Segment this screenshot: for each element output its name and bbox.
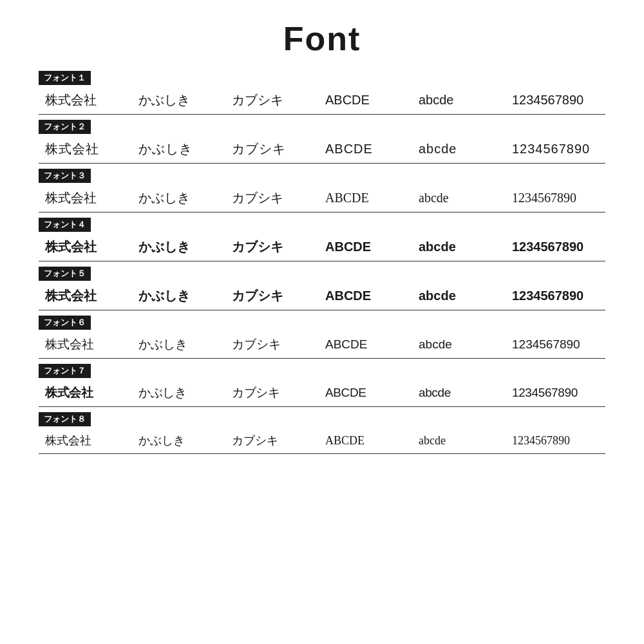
font-label-6: フォント６: [39, 316, 91, 330]
font-section-7: フォント７株式会社かぶしきカブシキABCDEabcde1234567890: [39, 364, 605, 407]
font-sample-5-item-5: abcde: [419, 289, 512, 303]
font-sample-8-item-5: abcde: [419, 434, 512, 448]
font-section-2: フォント２株式会社かぶしきカブシキABCDEabcde1234567890: [39, 120, 605, 164]
font-sample-row-1: 株式会社かぶしきカブシキABCDEabcde1234567890: [39, 89, 605, 115]
font-section-5: フォント５株式会社かぶしきカブシキABCDEabcde1234567890: [39, 267, 605, 310]
font-sections-container: フォント１株式会社かぶしきカブシキABCDEabcde1234567890フォン…: [39, 71, 605, 454]
font-sample-6-item-4: ABCDE: [325, 337, 419, 352]
font-sample-5-item-1: 株式会社: [45, 287, 138, 305]
font-sample-5-item-6: 1234567890: [512, 289, 605, 303]
font-sample-3-item-4: ABCDE: [325, 191, 419, 205]
font-sample-8-item-6: 1234567890: [512, 434, 605, 448]
font-sample-6-item-1: 株式会社: [45, 336, 138, 353]
font-sample-3-item-2: かぶしき: [138, 189, 232, 207]
page-title: Font: [39, 19, 605, 58]
font-sample-2-item-3: カブシキ: [232, 140, 325, 158]
font-sample-8-item-4: ABCDE: [325, 434, 419, 448]
font-sample-5-item-3: カブシキ: [232, 287, 325, 305]
font-sample-2-item-1: 株式会社: [45, 140, 138, 158]
font-sample-8-item-3: カブシキ: [232, 433, 325, 448]
font-sample-8-item-1: 株式会社: [45, 433, 138, 448]
font-sample-5-item-4: ABCDE: [325, 289, 419, 303]
font-sample-1-item-5: abcde: [419, 93, 512, 108]
font-sample-row-5: 株式会社かぶしきカブシキABCDEabcde1234567890: [39, 285, 605, 310]
font-sample-2-item-2: かぶしき: [138, 140, 232, 158]
font-sample-5-item-2: かぶしき: [138, 287, 232, 305]
font-sample-2-item-4: ABCDE: [325, 142, 419, 156]
font-sample-4-item-3: カブシキ: [232, 238, 325, 256]
font-sample-4-item-4: ABCDE: [325, 240, 419, 254]
font-sample-1-item-3: カブシキ: [232, 91, 325, 109]
font-sample-4-item-2: かぶしき: [138, 238, 232, 256]
font-sample-1-item-4: ABCDE: [325, 93, 419, 108]
page-container: Font フォント１株式会社かぶしきカブシキABCDEabcde12345678…: [0, 0, 644, 644]
font-sample-7-item-1: 株式会社: [45, 384, 138, 401]
font-sample-3-item-3: カブシキ: [232, 189, 325, 207]
font-sample-3-item-6: 1234567890: [512, 191, 605, 205]
font-label-3: フォント３: [39, 169, 91, 183]
font-sample-4-item-5: abcde: [419, 240, 512, 254]
font-section-1: フォント１株式会社かぶしきカブシキABCDEabcde1234567890: [39, 71, 605, 115]
font-sample-row-6: 株式会社かぶしきカブシキABCDEabcde1234567890: [39, 334, 605, 359]
font-sample-row-7: 株式会社かぶしきカブシキABCDEabcde1234567890: [39, 382, 605, 407]
font-sample-row-8: 株式会社かぶしきカブシキABCDEabcde1234567890: [39, 430, 605, 454]
font-sample-6-item-3: カブシキ: [232, 336, 325, 353]
font-sample-2-item-6: 1234567890: [512, 142, 605, 156]
font-sample-3-item-5: abcde: [419, 191, 512, 205]
font-sample-row-2: 株式会社かぶしきカブシキABCDEabcde1234567890: [39, 138, 605, 164]
font-section-3: フォント３株式会社かぶしきカブシキABCDEabcde1234567890: [39, 169, 605, 213]
font-sample-7-item-6: 1234567890: [512, 386, 605, 400]
font-sample-8-item-2: かぶしき: [138, 433, 232, 448]
font-sample-6-item-2: かぶしき: [138, 336, 232, 353]
font-sample-7-item-3: カブシキ: [232, 384, 325, 401]
font-label-5: フォント５: [39, 267, 91, 281]
font-sample-1-item-1: 株式会社: [45, 91, 138, 109]
font-label-4: フォント４: [39, 218, 91, 232]
font-label-1: フォント１: [39, 71, 91, 85]
font-sample-row-4: 株式会社かぶしきカブシキABCDEabcde1234567890: [39, 236, 605, 261]
font-sample-3-item-1: 株式会社: [45, 189, 138, 207]
font-section-6: フォント６株式会社かぶしきカブシキABCDEabcde1234567890: [39, 316, 605, 359]
font-sample-2-item-5: abcde: [419, 142, 512, 156]
font-sample-7-item-4: ABCDE: [325, 386, 419, 400]
font-sample-7-item-5: abcde: [419, 386, 512, 400]
font-sample-7-item-2: かぶしき: [138, 384, 232, 401]
font-sample-4-item-1: 株式会社: [45, 238, 138, 256]
font-sample-6-item-5: abcde: [419, 337, 512, 352]
font-sample-1-item-2: かぶしき: [138, 91, 232, 109]
font-section-4: フォント４株式会社かぶしきカブシキABCDEabcde1234567890: [39, 218, 605, 261]
font-label-7: フォント７: [39, 364, 91, 378]
font-section-8: フォント８株式会社かぶしきカブシキABCDEabcde1234567890: [39, 412, 605, 454]
font-sample-row-3: 株式会社かぶしきカブシキABCDEabcde1234567890: [39, 187, 605, 213]
font-sample-6-item-6: 1234567890: [512, 337, 605, 352]
font-sample-4-item-6: 1234567890: [512, 240, 605, 254]
font-sample-1-item-6: 1234567890: [512, 93, 605, 108]
font-label-8: フォント８: [39, 412, 91, 426]
font-label-2: フォント２: [39, 120, 91, 134]
